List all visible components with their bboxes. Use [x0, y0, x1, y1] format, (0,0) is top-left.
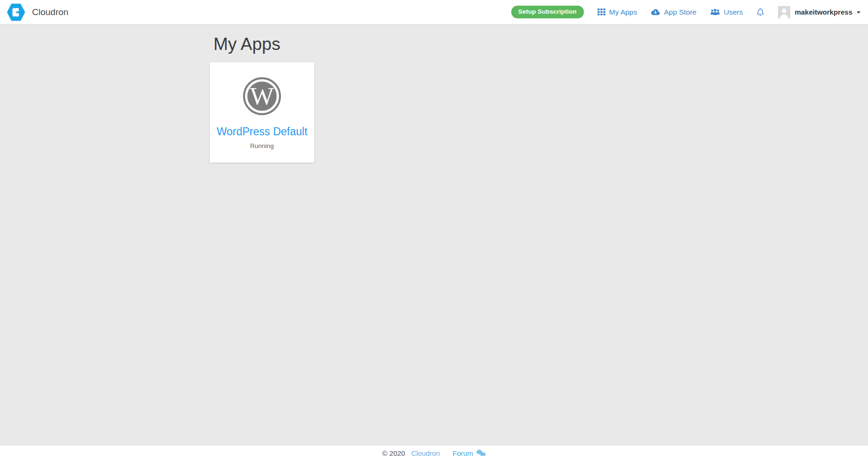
page-title: My Apps	[213, 34, 658, 55]
svg-text:W: W	[250, 82, 274, 110]
top-navigation-bar: Cloudron Setup Subscription My Apps App …	[0, 0, 868, 25]
bell-icon	[756, 8, 764, 16]
setup-subscription-button[interactable]: Setup Subscription	[511, 6, 584, 18]
user-menu[interactable]: makeitworkpress	[778, 6, 860, 18]
nav-my-apps[interactable]: My Apps	[598, 8, 637, 16]
grid-icon	[598, 8, 606, 16]
copyright-text: © 2020	[382, 449, 405, 457]
nav-app-store-label: App Store	[664, 8, 696, 16]
footer-cloudron-link[interactable]: Cloudron	[411, 449, 440, 457]
app-status-badge: Running	[250, 142, 274, 149]
app-card-wordpress[interactable]: W WordPress Default Running	[210, 62, 314, 163]
chat-bubbles-icon	[476, 450, 486, 457]
nav-users[interactable]: Users	[710, 8, 743, 16]
nav-users-label: Users	[724, 8, 743, 16]
cloudron-logo-icon	[7, 3, 25, 21]
cloud-download-icon	[651, 8, 660, 16]
footer-forum-link[interactable]: Forum	[453, 449, 486, 457]
chevron-down-icon	[857, 11, 860, 14]
app-name-link[interactable]: WordPress Default	[217, 125, 308, 138]
footer-forum-label: Forum	[453, 449, 473, 457]
apps-grid: W WordPress Default Running	[210, 62, 658, 163]
brand[interactable]: Cloudron	[7, 3, 68, 21]
wordpress-logo-icon: W	[242, 76, 282, 116]
user-name: makeitworkpress	[794, 8, 852, 16]
nav-app-store[interactable]: App Store	[651, 8, 696, 16]
nav-my-apps-label: My Apps	[609, 8, 637, 16]
users-icon	[710, 8, 720, 16]
footer: © 2020 Cloudron Forum	[0, 445, 868, 461]
topbar-right-group: Setup Subscription My Apps App Store	[511, 6, 860, 18]
avatar-placeholder-icon	[778, 6, 790, 18]
main-content: My Apps W WordPress Default Running	[0, 25, 868, 445]
brand-name: Cloudron	[32, 7, 68, 17]
notifications-button[interactable]	[756, 8, 764, 16]
